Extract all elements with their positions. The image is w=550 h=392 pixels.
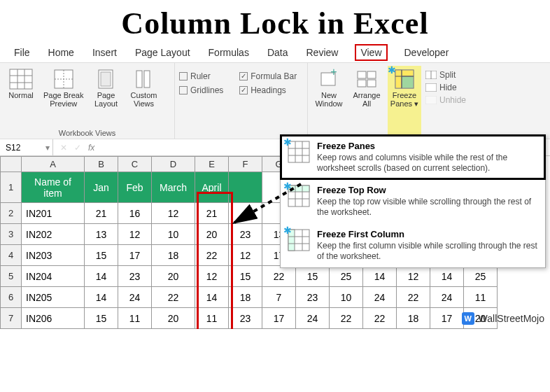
cell[interactable]: 17 <box>118 245 152 266</box>
cell[interactable]: 20 <box>152 266 195 287</box>
cell[interactable]: 25 <box>464 266 498 287</box>
page-layout-button[interactable]: Page Layout <box>89 66 122 127</box>
ruler-checkbox[interactable]: Ruler <box>179 71 230 81</box>
cell[interactable]: IN206 <box>22 308 85 329</box>
formula-bar-checkbox[interactable]: ✓Formula Bar <box>239 71 303 81</box>
row-header[interactable]: 3 <box>1 224 22 245</box>
gridlines-checkbox[interactable]: Gridlines <box>179 85 230 95</box>
cell[interactable]: Feb <box>118 172 152 203</box>
cell[interactable]: 14 <box>85 287 118 308</box>
cancel-icon[interactable]: ✕ <box>60 143 67 153</box>
select-all-corner[interactable] <box>1 157 22 172</box>
cell[interactable]: 21 <box>85 203 118 224</box>
cell[interactable]: April <box>195 172 229 203</box>
headings-checkbox[interactable]: ✓Headings <box>239 85 303 95</box>
cell[interactable]: 22 <box>330 308 363 329</box>
cell[interactable]: 21 <box>195 203 229 224</box>
normal-view-button[interactable]: Normal <box>4 66 38 127</box>
cell[interactable]: 12 <box>195 266 229 287</box>
cell[interactable]: 14 <box>195 287 229 308</box>
cell[interactable]: 25 <box>330 266 363 287</box>
row-header[interactable]: 7 <box>1 308 22 329</box>
custom-views-button[interactable]: Custom Views <box>127 66 160 127</box>
cell[interactable]: 14 <box>363 266 397 287</box>
cell[interactable]: 20 <box>195 224 229 245</box>
cell[interactable]: 23 <box>229 224 262 245</box>
col-header[interactable]: B <box>85 157 118 172</box>
cell[interactable]: 10 <box>152 224 195 245</box>
cell[interactable]: 23 <box>229 308 262 329</box>
tab-developer[interactable]: Developer <box>403 44 451 61</box>
cell[interactable]: IN203 <box>22 245 85 266</box>
cell[interactable]: 13 <box>85 224 118 245</box>
col-header[interactable]: F <box>229 157 262 172</box>
cell[interactable]: 22 <box>397 287 430 308</box>
cell[interactable]: 10 <box>330 287 363 308</box>
row-header[interactable]: 2 <box>1 203 22 224</box>
tab-insert[interactable]: Insert <box>91 44 118 61</box>
split-button[interactable]: Split <box>425 70 466 80</box>
cell[interactable]: 17 <box>430 308 464 329</box>
cell[interactable]: 15 <box>85 308 118 329</box>
cell[interactable]: Jan <box>85 172 118 203</box>
col-header[interactable]: A <box>22 157 85 172</box>
col-header[interactable]: D <box>152 157 195 172</box>
cell[interactable]: 18 <box>397 308 430 329</box>
new-window-button[interactable]: + New Window <box>312 66 346 137</box>
cell[interactable]: 23 <box>118 266 152 287</box>
cell[interactable] <box>229 172 262 203</box>
hide-button[interactable]: Hide <box>425 83 466 92</box>
cell[interactable]: 11 <box>118 308 152 329</box>
cell[interactable] <box>229 203 262 224</box>
arrange-all-button[interactable]: Arrange All <box>350 66 383 137</box>
dd-freeze-top-row[interactable]: ✱ Freeze Top RowKeep the top row visible… <box>281 179 545 223</box>
cell[interactable]: IN204 <box>22 266 85 287</box>
name-box[interactable]: S12 ▾ <box>0 139 53 155</box>
dd-freeze-panes[interactable]: ✱ Freeze PanesKeep rows and columns visi… <box>281 135 545 179</box>
cell[interactable]: 24 <box>430 287 464 308</box>
cell[interactable]: March <box>152 172 195 203</box>
row-header[interactable]: 4 <box>1 245 22 266</box>
cell[interactable]: 24 <box>296 308 330 329</box>
cell[interactable]: IN201 <box>22 203 85 224</box>
cell[interactable]: 11 <box>464 287 498 308</box>
tab-review[interactable]: Review <box>305 44 340 61</box>
cell[interactable]: 12 <box>152 203 195 224</box>
cell[interactable]: 16 <box>118 203 152 224</box>
cell[interactable]: 15 <box>296 266 330 287</box>
freeze-panes-button[interactable]: ✱ Freeze Panes ▾ <box>388 66 421 137</box>
cell[interactable]: 22 <box>195 245 229 266</box>
cell[interactable]: 18 <box>152 245 195 266</box>
cell[interactable]: IN205 <box>22 287 85 308</box>
tab-home[interactable]: Home <box>47 44 76 61</box>
cell[interactable]: 15 <box>229 266 262 287</box>
accept-icon[interactable]: ✓ <box>74 143 81 153</box>
cell[interactable]: 14 <box>430 266 464 287</box>
cell[interactable]: 24 <box>118 287 152 308</box>
fx-icon[interactable]: fx <box>88 143 94 153</box>
cell[interactable]: 20 <box>152 308 195 329</box>
row-header[interactable]: 6 <box>1 287 22 308</box>
cell[interactable]: 22 <box>152 287 195 308</box>
cell[interactable]: 12 <box>397 266 430 287</box>
cell[interactable]: 22 <box>363 308 397 329</box>
cell[interactable]: 15 <box>85 245 118 266</box>
page-break-preview-button[interactable]: Page Break Preview <box>42 66 85 127</box>
cell[interactable]: IN202 <box>22 224 85 245</box>
cell[interactable]: 12 <box>118 224 152 245</box>
cell[interactable]: 18 <box>229 287 262 308</box>
cell[interactable]: 12 <box>229 245 262 266</box>
row-header[interactable]: 5 <box>1 266 22 287</box>
cell[interactable]: 17 <box>262 308 296 329</box>
cell[interactable]: 23 <box>296 287 330 308</box>
cell[interactable]: 7 <box>262 287 296 308</box>
col-header[interactable]: C <box>118 157 152 172</box>
cell[interactable]: 22 <box>262 266 296 287</box>
tab-formulas[interactable]: Formulas <box>207 44 251 61</box>
dd-freeze-first-column[interactable]: ✱ Freeze First ColumnKeep the first colu… <box>281 223 545 267</box>
col-header[interactable]: E <box>195 157 229 172</box>
tab-data[interactable]: Data <box>266 44 290 61</box>
cell[interactable]: 11 <box>195 308 229 329</box>
row-header[interactable]: 1 <box>1 172 22 203</box>
tab-file[interactable]: File <box>13 44 31 61</box>
